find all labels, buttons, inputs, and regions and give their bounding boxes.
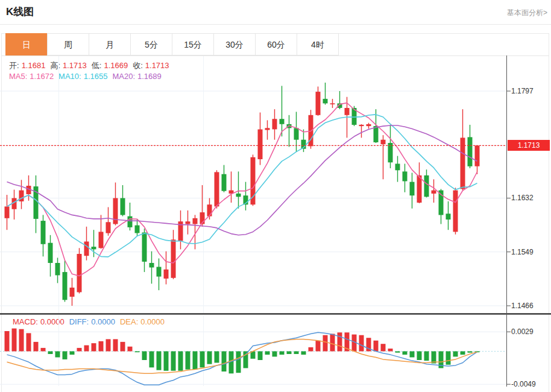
tab-timeframe-2[interactable]: 月 [89,33,131,55]
price-tick-label: 1.1466 [511,301,534,311]
macd-tick-label: -0.0049 [511,379,536,389]
page-title: K线图 [6,5,34,19]
tab-timeframe-4[interactable]: 15分 [172,33,214,55]
ma-legend: MA5:1.1672MA10:1.1655MA20:1.1689 [9,72,166,81]
legend-item: DEA:0.0000 [120,317,167,326]
price-tick-label: 1.1549 [511,247,534,257]
tab-timeframe-3[interactable]: 5分 [130,33,172,55]
price-tick-label: 1.1632 [511,193,534,203]
ohlc-legend: 开:1.1681高:1.1713低:1.1669收:1.1713 [9,60,174,71]
legend-item: 高:1.1713 [50,60,89,71]
tab-timeframe-1[interactable]: 周 [47,33,89,55]
legend-item: DIFF:0.0000 [69,317,118,326]
fundamental-analysis-link[interactable]: 基本面分析> [507,8,547,18]
legend-item: MACD:0.0000 [13,317,67,326]
legend-item: 开:1.1681 [9,60,48,71]
macd-tick-label: 0.0029 [511,327,534,337]
tab-timeframe-7[interactable]: 4时 [297,33,339,55]
legend-item: MA5:1.1672 [9,72,56,81]
macd-legend: MACD:0.0000DIFF:0.0000DEA:0.0000 [13,317,169,326]
price-tick-label: 1.1797 [511,86,534,96]
kline-chart-panel: 日周月5分15分30分60分4时 开:1.1681高:1.1713低:1.166… [1,33,549,392]
legend-item: MA20:1.1689 [112,72,163,81]
legend-item: 收:1.1713 [133,60,171,71]
legend-item: 低:1.1669 [92,60,130,71]
tab-timeframe-6[interactable]: 60分 [255,33,297,55]
timeframe-tab-bar: 日周月5分15分30分60分4时 [2,33,549,56]
tab-timeframe-0[interactable]: 日 [5,33,48,55]
header-divider [0,24,551,25]
legend-item: MA10:1.1655 [58,72,110,81]
tab-timeframe-5[interactable]: 30分 [213,33,256,55]
current-price-tag: 1.1713 [508,140,550,151]
